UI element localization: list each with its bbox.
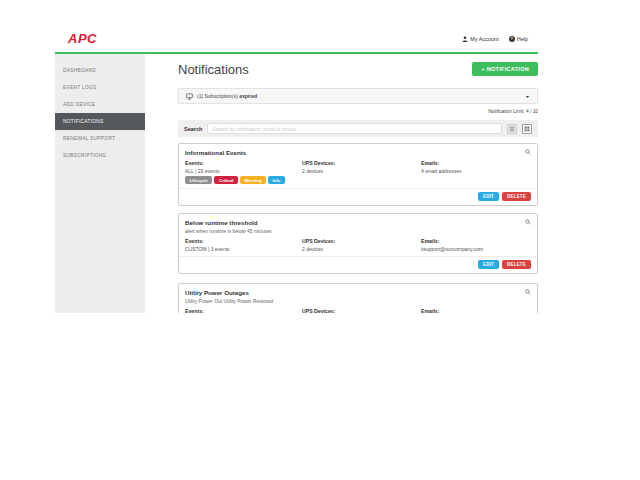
top-header: APC My Account ? Help [55,25,538,52]
emails-value: 4 email addresses [421,168,531,174]
monitor-icon [186,93,193,100]
emails-label: Emails: [421,308,531,313]
badge-critical: Critical [214,176,238,184]
events-label: Events: [185,308,302,313]
new-notification-button[interactable]: + NOTIFICATION [472,62,538,76]
subscription-expired-banner[interactable]: (1) Subscription(s) expired ▼ [178,88,538,104]
help-label: Help [517,36,528,42]
notification-card-informational-events: Informational Events Events: ALL | 29 ev… [178,143,538,206]
ups-devices-label: UPS Devices: [302,308,421,313]
card-subtitle: alert when runtime is below 45 minutes [185,228,531,234]
search-input[interactable] [207,123,502,134]
sidebar-item-add-device[interactable]: ADD DEVICE [55,96,145,113]
sidebar-item-event-logs[interactable]: EVENT LOGS [55,79,145,96]
magnifier-icon[interactable] [525,289,531,295]
sidebar-item-subscriptions[interactable]: SUBSCRIPTIONS [55,147,145,164]
sidebar-item-notifications[interactable]: NOTIFICATIONS [55,113,145,130]
search-label: Search [184,126,202,132]
ups-devices-value: 2 devices [302,246,421,252]
grid-view-icon[interactable] [522,124,532,134]
search-bar: Search [178,120,538,137]
help-link[interactable]: ? Help [509,36,528,42]
magnifier-icon[interactable] [525,149,531,155]
emails-label: Emails: [421,238,531,244]
ups-devices-label: UPS Devices: [302,160,421,166]
banner-text: (1) Subscription(s) expired [197,93,257,99]
help-icon: ? [509,36,515,42]
banner-status: expired [239,93,257,99]
events-value: CUSTOM | 3 events [185,246,302,252]
ups-devices-value: 2 devices [302,168,421,174]
ups-devices-label: UPS Devices: [302,238,421,244]
card-title: Utility Power Outages [185,289,531,296]
magnifier-icon[interactable] [525,219,531,225]
sidebar-item-dashboard[interactable]: DASHBOARD [55,62,145,79]
sidebar: DASHBOARD EVENT LOGS ADD DEVICE NOTIFICA… [55,54,145,313]
notification-card-utility-power-outages: Utility Power Outages Utility Power Out … [178,283,538,313]
list-view-icon[interactable] [507,124,517,134]
main-content: Notifications + NOTIFICATION (1) Subscri… [178,54,538,313]
sidebar-item-renewal-support[interactable]: RENEWAL SUPPORT [55,130,145,147]
edit-button[interactable]: EDIT [478,192,499,201]
my-account-link[interactable]: My Account [462,36,498,42]
events-label: Events: [185,160,302,166]
my-account-label: My Account [470,36,498,42]
badge-info: Info [268,176,285,184]
apc-logo: APC [68,31,97,46]
card-title: Below runtime threshold [185,219,531,226]
app-window: APC My Account ? Help DASHBOARD EVENT LO… [55,25,538,313]
badge-warning: Warning [240,176,266,184]
emails-label: Emails: [421,160,531,166]
card-subtitle: Utility Power Out Utility Power Restored [185,298,531,304]
notification-limit: Notification Limit: 4 / 10 [178,109,538,116]
notification-card-below-runtime-threshold: Below runtime threshold alert when runti… [178,213,538,274]
user-icon [462,36,468,42]
page-title: Notifications [178,62,249,77]
event-badges: Lifecycle Critical Warning Info [185,176,302,184]
delete-button[interactable]: DELETE [502,192,531,201]
events-value: ALL | 29 events [185,168,302,174]
delete-button[interactable]: DELETE [502,260,531,269]
edit-button[interactable]: EDIT [478,260,499,269]
emails-value: itsupport@ourcompany.com [421,246,531,252]
events-label: Events: [185,238,302,244]
card-title: Informational Events [185,149,531,156]
badge-lifecycle: Lifecycle [185,176,212,184]
chevron-down-icon[interactable]: ▼ [525,94,530,98]
